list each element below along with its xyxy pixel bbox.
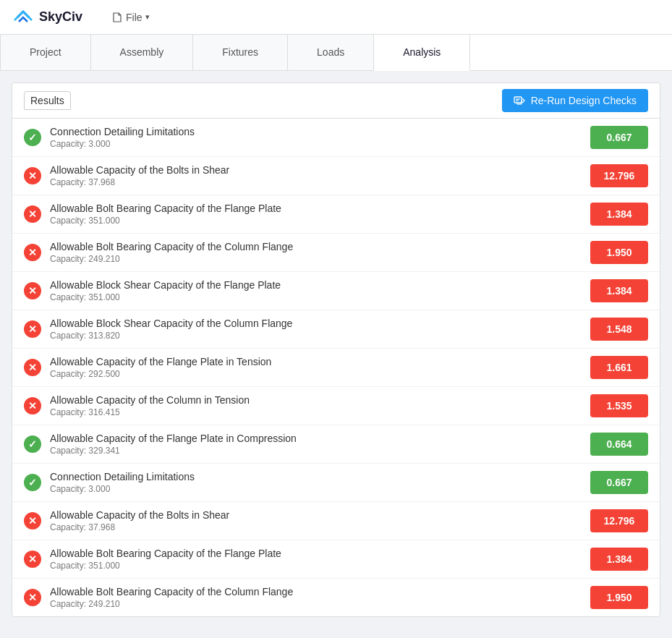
results-panel: Results Re-Run Design Checks ✓Connection… [12, 82, 660, 617]
fail-icon: ✕ [24, 167, 41, 184]
nav-tabs: Project Assembly Fixtures Loads Analysis [0, 35, 672, 71]
file-chevron-icon: ▾ [145, 12, 150, 22]
fail-icon: ✕ [24, 397, 41, 414]
fail-icon: ✕ [24, 320, 41, 338]
file-label: File [126, 12, 143, 23]
result-title: Allowable Bolt Bearing Capacity of the F… [50, 548, 590, 559]
fail-icon: ✕ [24, 359, 41, 376]
pass-icon: ✓ [24, 474, 41, 491]
pass-icon: ✓ [24, 435, 41, 453]
result-value-badge: 1.384 [590, 203, 648, 226]
app-name: SkyCiv [39, 9, 82, 25]
result-row: ✕Allowable Capacity of the Bolts in Shea… [12, 502, 660, 540]
result-title: Allowable Capacity of the Column in Tens… [50, 394, 590, 406]
result-title: Allowable Capacity of the Flange Plate i… [50, 433, 590, 444]
tab-project[interactable]: Project [0, 35, 91, 70]
result-title: Allowable Capacity of the Bolts in Shear [50, 164, 590, 176]
result-info: Allowable Block Shear Capacity of the Co… [50, 318, 590, 341]
result-capacity: Capacity: 37.968 [50, 177, 590, 187]
skyciv-logo-icon [12, 6, 35, 29]
result-value-badge: 12.796 [590, 509, 648, 532]
result-title: Allowable Capacity of the Flange Plate i… [50, 356, 590, 367]
fail-icon: ✕ [24, 244, 41, 261]
result-value-badge: 1.950 [590, 241, 648, 264]
tab-assembly[interactable]: Assembly [91, 35, 194, 70]
result-capacity: Capacity: 316.415 [50, 407, 590, 417]
result-row: ✕Allowable Bolt Bearing Capacity of the … [12, 540, 660, 579]
result-value-badge: 0.667 [590, 471, 648, 494]
result-title: Connection Detailing Limitations [50, 471, 590, 482]
result-row: ✕Allowable Capacity of the Flange Plate … [12, 349, 660, 387]
result-info: Allowable Capacity of the Bolts in Shear… [50, 509, 590, 532]
result-value-badge: 0.664 [590, 433, 648, 456]
result-info: Allowable Block Shear Capacity of the Fl… [50, 279, 590, 302]
result-info: Allowable Bolt Bearing Capacity of the F… [50, 203, 590, 226]
result-capacity: Capacity: 3.000 [50, 484, 590, 494]
app-logo: SkyCiv [12, 6, 82, 29]
result-info: Allowable Bolt Bearing Capacity of the C… [50, 586, 590, 609]
result-info: Allowable Bolt Bearing Capacity of the C… [50, 241, 590, 264]
result-info: Allowable Capacity of the Bolts in Shear… [50, 164, 590, 187]
result-info: Allowable Capacity of the Flange Plate i… [50, 356, 590, 379]
result-value-badge: 1.548 [590, 318, 648, 341]
result-info: Allowable Capacity of the Column in Tens… [50, 394, 590, 417]
fail-icon: ✕ [24, 512, 41, 529]
result-row: ✓Connection Detailing LimitationsCapacit… [12, 464, 660, 502]
result-capacity: Capacity: 292.500 [50, 369, 590, 379]
result-info: Allowable Capacity of the Flange Plate i… [50, 433, 590, 456]
fail-icon: ✕ [24, 589, 41, 606]
result-row: ✕Allowable Bolt Bearing Capacity of the … [12, 234, 660, 272]
result-row: ✕Allowable Bolt Bearing Capacity of the … [12, 579, 660, 616]
tab-fixtures[interactable]: Fixtures [193, 35, 288, 70]
result-info: Connection Detailing LimitationsCapacity… [50, 126, 590, 149]
tab-analysis[interactable]: Analysis [374, 35, 470, 71]
fail-icon: ✕ [24, 282, 41, 299]
app-header: SkyCiv File ▾ [0, 0, 672, 35]
result-row: ✓Allowable Capacity of the Flange Plate … [12, 425, 660, 464]
result-title: Connection Detailing Limitations [50, 126, 590, 137]
results-header: Results Re-Run Design Checks [12, 83, 660, 119]
fail-icon: ✕ [24, 550, 41, 568]
result-title: Allowable Bolt Bearing Capacity of the C… [50, 586, 590, 597]
file-icon [111, 12, 123, 23]
result-capacity: Capacity: 329.341 [50, 446, 590, 456]
tab-loads[interactable]: Loads [288, 35, 374, 70]
rerun-label: Re-Run Design Checks [531, 95, 637, 106]
results-list: ✓Connection Detailing LimitationsCapacit… [12, 119, 660, 616]
result-capacity: Capacity: 351.000 [50, 216, 590, 226]
result-info: Allowable Bolt Bearing Capacity of the F… [50, 548, 590, 571]
pass-icon: ✓ [24, 129, 41, 146]
result-capacity: Capacity: 313.820 [50, 331, 590, 341]
rerun-icon [514, 95, 525, 106]
file-menu[interactable]: File ▾ [106, 9, 156, 26]
result-row: ✕Allowable Capacity of the Column in Ten… [12, 387, 660, 425]
result-capacity: Capacity: 3.000 [50, 139, 590, 149]
results-tab[interactable]: Results [24, 91, 71, 110]
result-capacity: Capacity: 37.968 [50, 522, 590, 532]
main-content: Results Re-Run Design Checks ✓Connection… [0, 71, 672, 629]
result-row: ✕Allowable Bolt Bearing Capacity of the … [12, 195, 660, 234]
result-capacity: Capacity: 351.000 [50, 561, 590, 571]
result-title: Allowable Capacity of the Bolts in Shear [50, 509, 590, 521]
result-capacity: Capacity: 351.000 [50, 292, 590, 302]
svg-rect-0 [514, 97, 522, 103]
result-capacity: Capacity: 249.210 [50, 599, 590, 609]
result-value-badge: 1.384 [590, 548, 648, 571]
result-row: ✓Connection Detailing LimitationsCapacit… [12, 119, 660, 157]
result-row: ✕Allowable Block Shear Capacity of the F… [12, 272, 660, 310]
result-title: Allowable Bolt Bearing Capacity of the C… [50, 241, 590, 252]
result-value-badge: 12.796 [590, 164, 648, 187]
result-value-badge: 1.950 [590, 586, 648, 609]
fail-icon: ✕ [24, 205, 41, 223]
result-title: Allowable Block Shear Capacity of the Co… [50, 318, 590, 329]
result-value-badge: 1.384 [590, 279, 648, 302]
result-title: Allowable Bolt Bearing Capacity of the F… [50, 203, 590, 214]
result-title: Allowable Block Shear Capacity of the Fl… [50, 279, 590, 291]
result-value-badge: 1.661 [590, 356, 648, 379]
result-value-badge: 1.535 [590, 394, 648, 417]
rerun-button[interactable]: Re-Run Design Checks [502, 89, 648, 112]
result-value-badge: 0.667 [590, 126, 648, 149]
result-capacity: Capacity: 249.210 [50, 254, 590, 264]
result-row: ✕Allowable Block Shear Capacity of the C… [12, 310, 660, 349]
result-row: ✕Allowable Capacity of the Bolts in Shea… [12, 157, 660, 195]
